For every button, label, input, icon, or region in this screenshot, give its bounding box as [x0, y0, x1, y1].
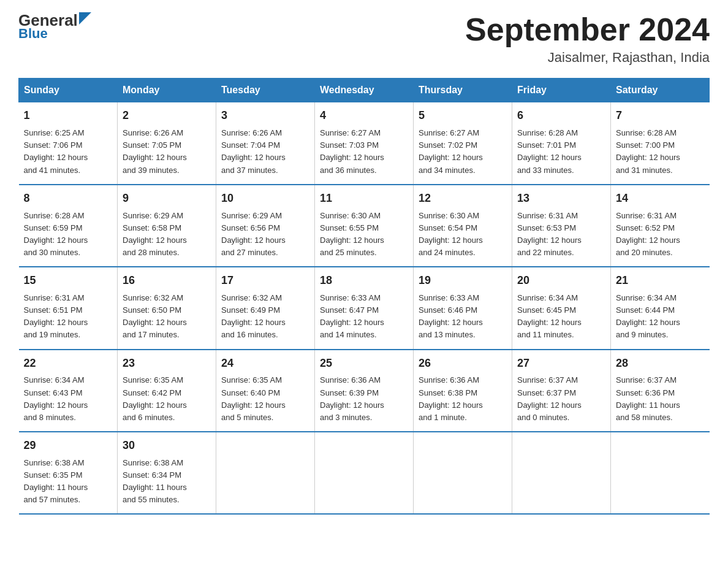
svg-marker-0	[79, 12, 91, 25]
weekday-header-saturday: Saturday	[611, 79, 710, 102]
calendar-cell: 24Sunrise: 6:35 AM Sunset: 6:40 PM Dayli…	[216, 350, 315, 432]
day-info: Sunrise: 6:31 AM Sunset: 6:51 PM Dayligh…	[24, 292, 113, 342]
weekday-header-wednesday: Wednesday	[315, 79, 414, 102]
day-number: 22	[24, 355, 113, 372]
day-info: Sunrise: 6:28 AM Sunset: 6:59 PM Dayligh…	[24, 210, 113, 259]
day-number: 13	[517, 190, 605, 207]
day-info: Sunrise: 6:38 AM Sunset: 6:34 PM Dayligh…	[123, 457, 211, 507]
calendar-cell: 6Sunrise: 6:28 AM Sunset: 7:01 PM Daylig…	[512, 102, 611, 185]
day-info: Sunrise: 6:36 AM Sunset: 6:38 PM Dayligh…	[419, 374, 507, 424]
weekday-header-monday: Monday	[118, 79, 216, 102]
day-number: 8	[24, 190, 113, 207]
day-info: Sunrise: 6:34 AM Sunset: 6:43 PM Dayligh…	[24, 374, 113, 424]
day-info: Sunrise: 6:38 AM Sunset: 6:35 PM Dayligh…	[24, 457, 113, 507]
day-info: Sunrise: 6:26 AM Sunset: 7:05 PM Dayligh…	[123, 127, 211, 177]
calendar-cell: 18Sunrise: 6:33 AM Sunset: 6:47 PM Dayli…	[315, 267, 414, 349]
calendar-cell	[512, 432, 611, 514]
day-info: Sunrise: 6:30 AM Sunset: 6:54 PM Dayligh…	[419, 210, 507, 259]
calendar-cell: 19Sunrise: 6:33 AM Sunset: 6:46 PM Dayli…	[414, 267, 512, 349]
title-area: September 2024 Jaisalmer, Rajasthan, Ind…	[465, 12, 710, 66]
calendar-cell: 5Sunrise: 6:27 AM Sunset: 7:02 PM Daylig…	[414, 102, 512, 185]
day-number: 14	[616, 190, 705, 207]
day-number: 5	[419, 107, 507, 124]
weekday-header-thursday: Thursday	[414, 79, 512, 102]
day-number: 15	[24, 272, 113, 289]
day-info: Sunrise: 6:37 AM Sunset: 6:36 PM Dayligh…	[616, 374, 705, 424]
day-info: Sunrise: 6:35 AM Sunset: 6:42 PM Dayligh…	[123, 374, 211, 424]
day-number: 3	[221, 107, 309, 124]
location-title: Jaisalmer, Rajasthan, India	[465, 50, 710, 66]
calendar-cell: 21Sunrise: 6:34 AM Sunset: 6:44 PM Dayli…	[611, 267, 710, 349]
day-number: 29	[24, 437, 113, 454]
calendar-cell: 23Sunrise: 6:35 AM Sunset: 6:42 PM Dayli…	[118, 350, 216, 432]
day-info: Sunrise: 6:31 AM Sunset: 6:53 PM Dayligh…	[517, 210, 605, 259]
calendar-cell: 29Sunrise: 6:38 AM Sunset: 6:35 PM Dayli…	[19, 432, 118, 514]
calendar-cell	[216, 432, 315, 514]
calendar-week-row: 22Sunrise: 6:34 AM Sunset: 6:43 PM Dayli…	[19, 350, 710, 432]
calendar-cell	[315, 432, 414, 514]
calendar-week-row: 8Sunrise: 6:28 AM Sunset: 6:59 PM Daylig…	[19, 185, 710, 267]
calendar-cell: 8Sunrise: 6:28 AM Sunset: 6:59 PM Daylig…	[19, 185, 118, 267]
day-info: Sunrise: 6:31 AM Sunset: 6:52 PM Dayligh…	[616, 210, 705, 259]
day-info: Sunrise: 6:34 AM Sunset: 6:44 PM Dayligh…	[616, 292, 705, 342]
day-number: 18	[320, 272, 408, 289]
day-info: Sunrise: 6:25 AM Sunset: 7:06 PM Dayligh…	[24, 127, 113, 177]
calendar-cell: 10Sunrise: 6:29 AM Sunset: 6:56 PM Dayli…	[216, 185, 315, 267]
day-number: 11	[320, 190, 408, 207]
calendar-cell: 20Sunrise: 6:34 AM Sunset: 6:45 PM Dayli…	[512, 267, 611, 349]
day-info: Sunrise: 6:26 AM Sunset: 7:04 PM Dayligh…	[221, 127, 309, 177]
calendar-cell: 30Sunrise: 6:38 AM Sunset: 6:34 PM Dayli…	[118, 432, 216, 514]
logo-text-blue: Blue	[18, 26, 48, 42]
day-info: Sunrise: 6:32 AM Sunset: 6:49 PM Dayligh…	[221, 292, 309, 342]
calendar-cell: 17Sunrise: 6:32 AM Sunset: 6:49 PM Dayli…	[216, 267, 315, 349]
month-title: September 2024	[465, 12, 710, 47]
day-number: 1	[24, 107, 113, 124]
day-info: Sunrise: 6:28 AM Sunset: 7:01 PM Dayligh…	[517, 127, 605, 177]
day-number: 23	[123, 355, 211, 372]
calendar-cell: 27Sunrise: 6:37 AM Sunset: 6:37 PM Dayli…	[512, 350, 611, 432]
day-info: Sunrise: 6:30 AM Sunset: 6:55 PM Dayligh…	[320, 210, 408, 259]
day-info: Sunrise: 6:37 AM Sunset: 6:37 PM Dayligh…	[517, 374, 605, 424]
day-number: 30	[123, 437, 211, 454]
day-number: 7	[616, 107, 705, 124]
logo-triangle-icon	[79, 12, 91, 25]
day-number: 19	[419, 272, 507, 289]
day-number: 6	[517, 107, 605, 124]
calendar-cell: 13Sunrise: 6:31 AM Sunset: 6:53 PM Dayli…	[512, 185, 611, 267]
calendar-cell: 1Sunrise: 6:25 AM Sunset: 7:06 PM Daylig…	[19, 102, 118, 185]
calendar-cell: 16Sunrise: 6:32 AM Sunset: 6:50 PM Dayli…	[118, 267, 216, 349]
day-info: Sunrise: 6:33 AM Sunset: 6:46 PM Dayligh…	[419, 292, 507, 342]
calendar-cell: 12Sunrise: 6:30 AM Sunset: 6:54 PM Dayli…	[414, 185, 512, 267]
page-header: General Blue September 2024 Jaisalmer, R…	[18, 12, 710, 66]
day-number: 2	[123, 107, 211, 124]
weekday-header-tuesday: Tuesday	[216, 79, 315, 102]
day-number: 20	[517, 272, 605, 289]
calendar-week-row: 1Sunrise: 6:25 AM Sunset: 7:06 PM Daylig…	[19, 102, 710, 185]
day-info: Sunrise: 6:34 AM Sunset: 6:45 PM Dayligh…	[517, 292, 605, 342]
weekday-header-friday: Friday	[512, 79, 611, 102]
day-info: Sunrise: 6:36 AM Sunset: 6:39 PM Dayligh…	[320, 374, 408, 424]
calendar-header-row: SundayMondayTuesdayWednesdayThursdayFrid…	[19, 79, 710, 102]
day-number: 27	[517, 355, 605, 372]
calendar-cell: 14Sunrise: 6:31 AM Sunset: 6:52 PM Dayli…	[611, 185, 710, 267]
calendar-cell: 25Sunrise: 6:36 AM Sunset: 6:39 PM Dayli…	[315, 350, 414, 432]
day-info: Sunrise: 6:35 AM Sunset: 6:40 PM Dayligh…	[221, 374, 309, 424]
calendar-cell: 4Sunrise: 6:27 AM Sunset: 7:03 PM Daylig…	[315, 102, 414, 185]
calendar-week-row: 29Sunrise: 6:38 AM Sunset: 6:35 PM Dayli…	[19, 432, 710, 514]
day-number: 25	[320, 355, 408, 372]
calendar-table: SundayMondayTuesdayWednesdayThursdayFrid…	[18, 78, 710, 515]
calendar-cell	[611, 432, 710, 514]
day-number: 17	[221, 272, 309, 289]
day-info: Sunrise: 6:29 AM Sunset: 6:56 PM Dayligh…	[221, 210, 309, 259]
calendar-cell: 26Sunrise: 6:36 AM Sunset: 6:38 PM Dayli…	[414, 350, 512, 432]
weekday-header-sunday: Sunday	[19, 79, 118, 102]
day-number: 21	[616, 272, 705, 289]
logo: General Blue	[18, 12, 91, 42]
calendar-cell: 3Sunrise: 6:26 AM Sunset: 7:04 PM Daylig…	[216, 102, 315, 185]
day-number: 10	[221, 190, 309, 207]
calendar-cell: 11Sunrise: 6:30 AM Sunset: 6:55 PM Dayli…	[315, 185, 414, 267]
day-info: Sunrise: 6:28 AM Sunset: 7:00 PM Dayligh…	[616, 127, 705, 177]
day-number: 28	[616, 355, 705, 372]
day-number: 9	[123, 190, 211, 207]
day-number: 12	[419, 190, 507, 207]
